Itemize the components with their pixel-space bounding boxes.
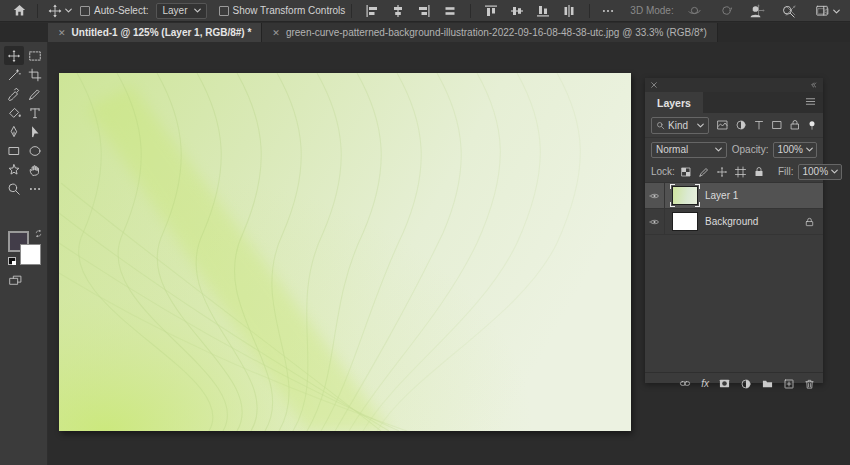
- layers-panel-bottom-bar: fx: [645, 372, 823, 394]
- options-bar: Auto-Select: Layer Show Transform Contro…: [0, 0, 850, 22]
- distribute-vertical-centers-icon[interactable]: [440, 0, 460, 21]
- custom-shape-tool[interactable]: [4, 160, 24, 179]
- layer-thumbnail[interactable]: [672, 212, 698, 231]
- move-tool-preset-icon[interactable]: [44, 0, 76, 21]
- lock-all-icon[interactable]: [753, 166, 765, 178]
- pen-tool[interactable]: [4, 122, 24, 141]
- layer-name[interactable]: Background: [705, 216, 797, 227]
- new-group-icon[interactable]: [761, 378, 774, 389]
- align-horizontal-centers-icon[interactable]: [388, 0, 408, 21]
- brush-tool[interactable]: [25, 84, 45, 103]
- home-icon[interactable]: [8, 0, 31, 21]
- edit-toolbar-icon[interactable]: [25, 179, 45, 198]
- opacity-label: Opacity:: [732, 144, 769, 155]
- delete-layer-icon[interactable]: [804, 378, 815, 390]
- photoshop-window: Auto-Select: Layer Show Transform Contro…: [0, 0, 850, 465]
- fill-label: Fill:: [778, 166, 794, 177]
- auto-select-value: Layer: [162, 5, 187, 16]
- document-canvas[interactable]: [59, 73, 631, 431]
- filter-kind-dropdown[interactable]: Kind: [651, 117, 709, 134]
- opacity-input[interactable]: 100%: [773, 142, 817, 158]
- path-selection-tool[interactable]: [25, 122, 45, 141]
- align-top-edges-icon[interactable]: [481, 0, 501, 21]
- close-tab-icon[interactable]: ✕: [58, 28, 66, 38]
- eye-icon: [648, 191, 661, 201]
- layer-thumbnail[interactable]: [672, 186, 698, 205]
- crop-tool[interactable]: [25, 65, 45, 84]
- auto-select-dropdown[interactable]: Layer: [156, 3, 206, 19]
- background-color-swatch[interactable]: [20, 244, 41, 265]
- filter-shape-layers-icon[interactable]: [771, 119, 783, 131]
- more-options-icon[interactable]: [596, 0, 620, 21]
- zoom-tool[interactable]: [4, 179, 24, 198]
- account-icon[interactable]: [744, 0, 767, 22]
- align-bottom-edges-icon[interactable]: [533, 0, 553, 21]
- blend-mode-dropdown[interactable]: Normal: [651, 142, 727, 158]
- green-curve-artwork: [59, 73, 631, 431]
- default-colors-icon[interactable]: [8, 257, 16, 265]
- align-vertical-centers-icon[interactable]: [507, 0, 527, 21]
- layers-panel: Layers Kind: [645, 78, 823, 383]
- layer-row-layer1[interactable]: Layer 1: [645, 183, 823, 209]
- layer-row-background[interactable]: Background: [645, 209, 823, 235]
- background-lock-icon[interactable]: [804, 216, 815, 228]
- link-layers-icon[interactable]: [678, 378, 692, 389]
- search-icon: [656, 121, 665, 130]
- align-right-edges-icon[interactable]: [414, 0, 434, 21]
- layers-tab[interactable]: Layers: [645, 92, 703, 113]
- layer-visibility-toggle[interactable]: [645, 183, 665, 208]
- filter-adjustment-layers-icon[interactable]: [735, 119, 747, 131]
- panel-close-icon[interactable]: [650, 81, 658, 89]
- opacity-value: 100%: [777, 144, 803, 155]
- align-left-edges-icon[interactable]: [362, 0, 382, 21]
- lock-transparent-pixels-icon[interactable]: [680, 166, 692, 178]
- eye-icon: [648, 217, 661, 227]
- workspace-switcher-icon[interactable]: [810, 0, 844, 22]
- filter-toggle-pin[interactable]: [807, 119, 817, 132]
- document-tab-green-curve[interactable]: ✕ green-curve-patterned-background-illus…: [262, 23, 717, 42]
- layer-style-fx-button[interactable]: fx: [701, 378, 709, 389]
- show-transform-label: Show Transform Controls: [233, 5, 346, 16]
- new-layer-icon[interactable]: [783, 378, 795, 390]
- auto-select-label: Auto-Select:: [94, 5, 148, 16]
- filter-smart-objects-icon[interactable]: [789, 119, 801, 131]
- orbit-3d-icon: [683, 0, 706, 21]
- document-tab-untitled[interactable]: ✕ Untitled-1 @ 125% (Layer 1, RGB/8#) *: [48, 23, 262, 42]
- fill-value: 100%: [802, 166, 828, 177]
- auto-select-checkbox[interactable]: [80, 6, 90, 16]
- filter-type-layers-icon[interactable]: [753, 119, 765, 131]
- search-icon[interactable]: [777, 0, 800, 22]
- eyedropper-tool[interactable]: [4, 84, 24, 103]
- panel-menu-icon[interactable]: [804, 96, 817, 107]
- filter-kind-value: Kind: [668, 120, 694, 131]
- ellipse-tool[interactable]: [25, 141, 45, 160]
- lock-artboard-icon[interactable]: [734, 166, 747, 178]
- fill-input[interactable]: 100%: [798, 164, 842, 180]
- panel-collapse-icon[interactable]: [808, 81, 818, 89]
- rectangle-tool[interactable]: [4, 141, 24, 160]
- hand-tool[interactable]: [25, 160, 45, 179]
- adjustment-layer-icon[interactable]: [740, 378, 752, 390]
- layers-tab-label: Layers: [657, 97, 691, 109]
- filter-pixel-layers-icon[interactable]: [716, 119, 729, 131]
- paint-bucket-tool[interactable]: [4, 103, 24, 122]
- lock-position-icon[interactable]: [716, 166, 728, 178]
- screen-mode-icon[interactable]: [8, 274, 23, 287]
- type-tool[interactable]: [25, 103, 45, 122]
- color-swatches: [8, 231, 42, 267]
- rectangular-marquee-tool[interactable]: [25, 46, 45, 65]
- move-tool[interactable]: [4, 46, 24, 65]
- magic-wand-tool[interactable]: [4, 65, 24, 84]
- lock-image-pixels-icon[interactable]: [698, 166, 710, 178]
- divider: [470, 4, 471, 18]
- close-tab-icon[interactable]: ✕: [272, 28, 280, 38]
- show-transform-checkbox[interactable]: [219, 6, 229, 16]
- mode-3d-label: 3D Mode:: [630, 5, 673, 16]
- document-tab-bar: ✕ Untitled-1 @ 125% (Layer 1, RGB/8#) * …: [0, 23, 850, 42]
- layer-name[interactable]: Layer 1: [705, 190, 823, 201]
- distribute-horizontal-centers-icon[interactable]: [559, 0, 579, 21]
- swap-colors-icon[interactable]: [34, 229, 43, 238]
- divider: [351, 4, 352, 18]
- layer-visibility-toggle[interactable]: [645, 209, 665, 234]
- add-mask-icon[interactable]: [718, 378, 731, 389]
